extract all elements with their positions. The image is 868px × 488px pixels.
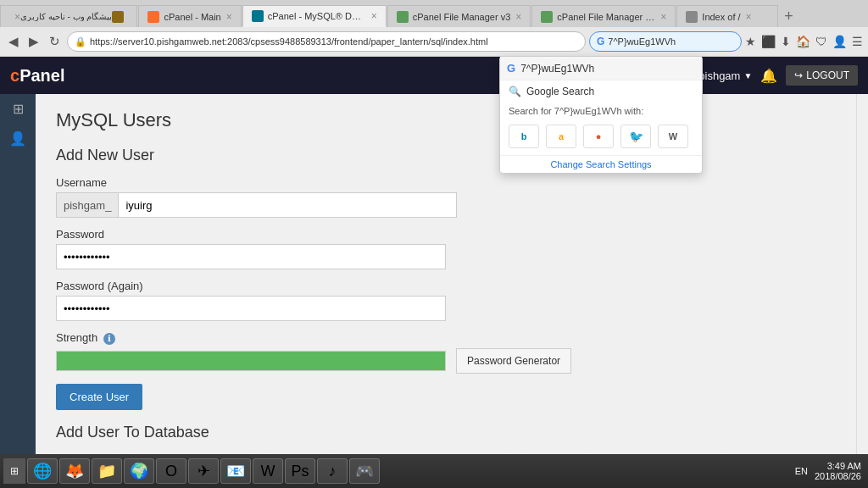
page-title: MySQL Users xyxy=(56,109,836,131)
taskbar-app-files[interactable]: 📁 xyxy=(92,458,122,484)
taskbar-app-email[interactable]: 📧 xyxy=(220,458,251,484)
scrollbar[interactable] xyxy=(856,94,868,455)
taskbar-app-chrome[interactable]: 🌍 xyxy=(124,458,154,484)
taskbar-app-firefox[interactable]: 🦊 xyxy=(59,458,90,484)
logout-button[interactable]: ↪ LOGOUT xyxy=(786,65,858,86)
address-text: https://server10.pishgamweb.net:2083/cps… xyxy=(90,36,488,47)
taskbar-app-opera[interactable]: O xyxy=(156,458,186,484)
password-input[interactable] xyxy=(56,244,446,269)
tab-favicon-rtl xyxy=(112,11,124,23)
username-prefix: pishgam_ xyxy=(56,192,118,218)
password-again-field-row: Password (Again) xyxy=(56,280,836,321)
strength-row: Strength ℹ Very Strong (100/100) Passwor… xyxy=(56,331,836,374)
notification-bell-icon[interactable]: 🔔 xyxy=(760,68,777,84)
taskbar-date-display: 2018/08/26 xyxy=(815,471,861,481)
header-right: 👤 pishgam ▼ 🔔 ↪ LOGOUT xyxy=(682,65,858,86)
taskbar-app-game[interactable]: 🎮 xyxy=(349,458,380,484)
strength-controls: Very Strong (100/100) Password Generator xyxy=(56,348,836,374)
google-search-suggestion[interactable]: 🔍 Google Search xyxy=(500,80,702,103)
sidebar: ⊞ 👤 xyxy=(0,94,36,455)
forward-button[interactable]: ▶ xyxy=(25,34,42,49)
address-bar-row: ◀ ▶ ↻ 🔒 https://server10.pishgamweb.net:… xyxy=(0,27,868,56)
search-dropdown-input[interactable] xyxy=(520,63,695,75)
bookmark-icon[interactable]: ★ xyxy=(745,35,756,48)
tab-label-fm1: cPanel File Manager v3 xyxy=(413,12,511,22)
new-tab-button[interactable]: + xyxy=(779,5,798,27)
twitter-engine-btn[interactable]: 🐦 xyxy=(620,125,651,148)
user-icon-sidebar[interactable]: 👤 xyxy=(9,130,26,147)
username-input-group: pishgam_ xyxy=(56,192,836,218)
refresh-button[interactable]: ↻ xyxy=(46,34,64,49)
search-box[interactable]: G 7^P}wuEg1WVh xyxy=(589,31,742,52)
tab-close-fm1[interactable]: × xyxy=(515,11,521,23)
tab-favicon-cpanel xyxy=(147,11,159,23)
tab-close-cpanel[interactable]: × xyxy=(226,11,232,23)
strength-label: Strength ℹ xyxy=(56,331,836,345)
strength-info-icon[interactable]: ℹ xyxy=(103,333,115,345)
tab-label-fm2: cPanel File Manager v3 - F... xyxy=(557,12,655,22)
search-dropdown: G 🔍 Google Search Search for 7^P}wuEg1WV… xyxy=(499,56,703,174)
tab-mysql[interactable]: cPanel - MySQL® Databa... × xyxy=(242,5,387,27)
logout-label: LOGOUT xyxy=(806,69,849,81)
tab-index[interactable]: Index of / × xyxy=(676,5,778,27)
strength-bar-label: Very Strong (100/100) xyxy=(57,370,445,371)
username-label: pishgam xyxy=(698,69,740,82)
tab-close-fm2[interactable]: × xyxy=(660,11,666,23)
account-icon[interactable]: 👤 xyxy=(832,35,847,48)
strength-bar xyxy=(57,352,445,370)
cpanel-logo-text: Panel xyxy=(19,66,64,85)
search-with-row: Search for 7^P}wuEg1WVh with: xyxy=(500,103,702,121)
tab-filemanager1[interactable]: cPanel File Manager v3 × xyxy=(387,5,531,27)
tab-rtl[interactable]: بیشگام وب - ناحیه کاربری × xyxy=(0,5,137,27)
tab-label-cpanel: cPanel - Main xyxy=(164,12,220,22)
home-icon[interactable]: 🏠 xyxy=(796,35,810,48)
password-again-label: Password (Again) xyxy=(56,280,836,292)
strength-bar-container: Very Strong (100/100) xyxy=(56,351,446,371)
tab-label-mysql: cPanel - MySQL® Databa... xyxy=(268,11,366,21)
tab-label-rtl: بیشگام وب - ناحیه کاربری xyxy=(20,12,112,21)
bing-engine-btn[interactable]: b xyxy=(509,125,539,148)
main-content: MySQL Users Add New User Username pishga… xyxy=(36,94,856,455)
content-wrapper: ⊞ 👤 MySQL Users Add New User Username pi… xyxy=(0,94,868,455)
start-button[interactable]: ⊞ xyxy=(3,458,25,484)
password-generator-button[interactable]: Password Generator xyxy=(456,348,571,374)
taskbar-app-telegram[interactable]: ✈ xyxy=(188,458,219,484)
back-button[interactable]: ◀ xyxy=(5,34,22,49)
taskbar-app-itunes[interactable]: ♪ xyxy=(317,458,348,484)
add-user-db-title: Add User To Database xyxy=(56,424,836,441)
taskbar-apps: 🌐 🦊 📁 🌍 O ✈ 📧 W Ps ♪ 🎮 xyxy=(27,458,793,484)
taskbar-app-photoshop[interactable]: Ps xyxy=(285,458,315,484)
create-user-button[interactable]: Create User xyxy=(56,384,142,410)
taskbar-time-display: 3:49 AM xyxy=(815,461,861,471)
search-engines: b a ● 🐦 W xyxy=(500,121,702,155)
tab-cpanel-main[interactable]: cPanel - Main × xyxy=(138,5,241,27)
tab-close-index[interactable]: × xyxy=(746,11,752,23)
address-box: 🔒 https://server10.pishgamweb.net:2083/c… xyxy=(67,31,586,52)
duckduckgo-engine-btn[interactable]: ● xyxy=(583,125,614,148)
taskbar-lang: EN xyxy=(795,466,808,476)
tab-favicon-fm2 xyxy=(541,11,553,23)
search-input-row: G xyxy=(500,57,702,80)
tab-close-mysql[interactable]: × xyxy=(371,10,377,22)
taskbar-app-ie[interactable]: 🌐 xyxy=(27,458,58,484)
tab-close-rtl[interactable]: × xyxy=(14,11,20,23)
grid-icon[interactable]: ⊞ xyxy=(13,101,24,117)
shield-icon[interactable]: 🛡 xyxy=(815,35,827,48)
taskbar-app-word[interactable]: W xyxy=(253,458,283,484)
toolbar-icons: ★ ⬛ ⬇ 🏠 🛡 👤 ☰ xyxy=(745,35,863,48)
amazon-engine-btn[interactable]: a xyxy=(546,125,576,148)
username-input[interactable] xyxy=(118,192,457,218)
cpanel-header: cPanel 👤 pishgam ▼ 🔔 ↪ LOGOUT xyxy=(0,57,868,94)
menu-icon[interactable]: ☰ xyxy=(852,35,863,48)
change-search-settings[interactable]: Change Search Settings xyxy=(500,155,702,173)
tab-filemanager2[interactable]: cPanel File Manager v3 - F... × xyxy=(531,5,676,27)
wikipedia-engine-btn[interactable]: W xyxy=(658,125,688,148)
user-dropdown-icon: ▼ xyxy=(743,71,752,80)
magnify-icon: 🔍 xyxy=(509,86,521,97)
lock-icon: 🔒 xyxy=(75,36,86,47)
password-again-input[interactable] xyxy=(56,296,446,321)
bookmark-list-icon[interactable]: ⬛ xyxy=(761,35,776,48)
download-icon[interactable]: ⬇ xyxy=(781,35,791,48)
username-label: Username xyxy=(56,176,836,189)
taskbar-tray: EN 3:49 AM 2018/08/26 xyxy=(795,461,865,481)
